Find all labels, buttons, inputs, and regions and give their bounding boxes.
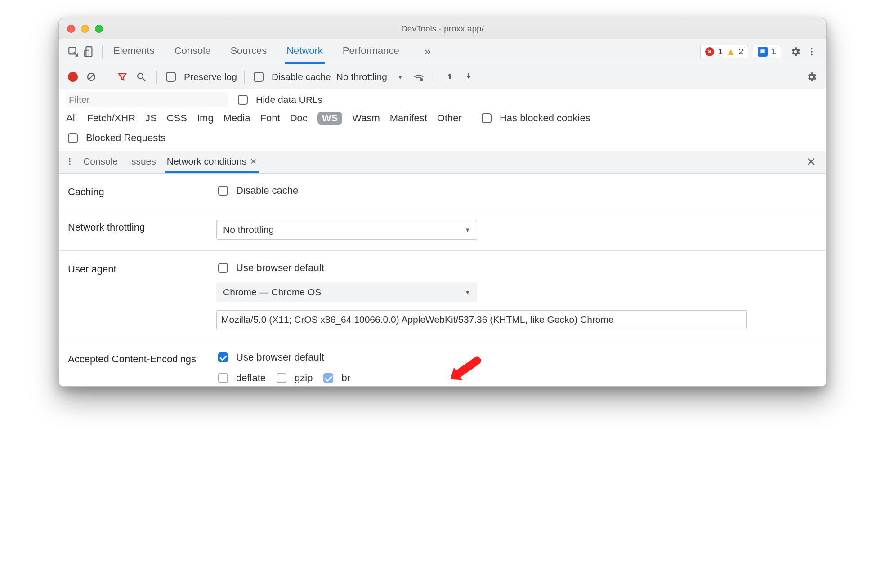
drawer-tab-console[interactable]: Console: [81, 151, 120, 173]
warning-count: 2: [739, 47, 744, 57]
preserve-log-toggle[interactable]: Preserve log: [164, 71, 237, 83]
svg-rect-12: [465, 80, 472, 80]
encodings-items: deflate gzip br: [216, 372, 817, 384]
svg-rect-11: [447, 80, 453, 80]
encoding-deflate-checkbox[interactable]: [218, 373, 228, 383]
throttling-row: Network throttling No throttling ▼: [59, 209, 826, 251]
window-title: DevTools - proxx.app/: [401, 24, 484, 34]
zoom-window-icon[interactable]: [95, 25, 103, 33]
caching-disable-cache-toggle[interactable]: Disable cache: [216, 184, 817, 197]
drawer-tab-network-conditions[interactable]: Network conditions ✕: [165, 151, 259, 173]
has-blocked-cookies-label: Has blocked cookies: [500, 112, 590, 124]
issues-badge[interactable]: 1: [753, 45, 781, 58]
upload-har-icon[interactable]: [442, 69, 458, 85]
network-toolbar: Preserve log Disable cache No throttling…: [59, 64, 826, 89]
has-blocked-cookies-checkbox[interactable]: [482, 113, 492, 123]
chip-all[interactable]: All: [66, 112, 77, 124]
ua-preset-value: Chrome — Chrome OS: [223, 287, 321, 298]
chevron-down-icon: ▼: [465, 289, 470, 296]
errors-badge[interactable]: ✕ 1 ▲ 2: [700, 45, 748, 58]
ua-use-default-toggle[interactable]: Use browser default: [216, 262, 817, 274]
inspect-icon[interactable]: [65, 44, 81, 60]
chip-media[interactable]: Media: [223, 112, 250, 124]
disable-cache-checkbox[interactable]: [254, 72, 264, 82]
has-blocked-cookies-toggle[interactable]: Has blocked cookies: [480, 112, 590, 125]
encoding-gzip-checkbox[interactable]: [277, 373, 286, 383]
svg-line-7: [89, 74, 94, 80]
network-gear-icon[interactable]: [804, 69, 820, 85]
drawer-tab-label: Network conditions: [167, 156, 246, 167]
drawer-more-icon[interactable]: [65, 156, 74, 169]
throttling-value: No throttling: [336, 71, 387, 82]
chip-fetch-xhr[interactable]: Fetch/XHR: [87, 112, 135, 124]
chip-ws[interactable]: WS: [317, 112, 342, 125]
encoding-br-label: br: [341, 372, 350, 384]
chip-js[interactable]: JS: [145, 112, 157, 124]
minimize-window-icon[interactable]: [81, 25, 89, 33]
caching-row: Caching Disable cache: [59, 174, 826, 209]
chip-manifest[interactable]: Manifest: [390, 112, 427, 124]
issues-icon: [758, 47, 768, 57]
blocked-requests-label: Blocked Requests: [86, 132, 165, 144]
blocked-requests-checkbox[interactable]: [68, 133, 78, 143]
main-tabs-row: Elements Console Sources Network Perform…: [59, 39, 826, 64]
caching-disable-cache-checkbox[interactable]: [218, 186, 228, 196]
tab-sources[interactable]: Sources: [228, 39, 268, 64]
throttling-dropdown[interactable]: No throttling ▼: [216, 220, 477, 240]
error-icon: ✕: [705, 47, 714, 56]
close-tab-icon[interactable]: ✕: [250, 156, 257, 166]
hide-data-urls-checkbox[interactable]: [238, 95, 248, 105]
network-settings-icon[interactable]: [411, 69, 427, 85]
encodings-label: Accepted Content-Encodings: [68, 351, 216, 366]
filter-toggle-icon[interactable]: [114, 69, 130, 85]
ua-string-input[interactable]: [216, 310, 747, 329]
clear-icon[interactable]: [83, 69, 99, 85]
download-har-icon[interactable]: [460, 69, 477, 85]
svg-rect-2: [85, 50, 89, 56]
svg-point-10: [420, 78, 423, 81]
throttling-select[interactable]: No throttling ▼: [336, 71, 403, 82]
tab-console[interactable]: Console: [173, 39, 213, 64]
record-icon[interactable]: [68, 72, 78, 82]
drawer-tab-issues[interactable]: Issues: [127, 151, 158, 173]
svg-point-8: [138, 73, 143, 79]
separator: [107, 70, 107, 84]
devtools-window: DevTools - proxx.app/ Elements Console: [58, 18, 827, 387]
chip-wasm[interactable]: Wasm: [352, 112, 380, 124]
disable-cache-toggle[interactable]: Disable cache: [252, 71, 331, 83]
svg-point-13: [69, 158, 70, 159]
encoding-deflate-toggle[interactable]: deflate: [216, 372, 266, 384]
svg-point-3: [811, 48, 813, 49]
filter-bar: Hide data URLs: [59, 89, 826, 107]
chip-img[interactable]: Img: [197, 112, 214, 124]
hide-data-urls-toggle[interactable]: Hide data URLs: [236, 94, 322, 106]
chevron-down-icon: ▼: [465, 227, 470, 233]
encoding-br-toggle[interactable]: br: [322, 372, 350, 384]
preserve-log-checkbox[interactable]: [166, 72, 176, 82]
chip-other[interactable]: Other: [437, 112, 462, 124]
close-window-icon[interactable]: [67, 25, 75, 33]
kebab-icon[interactable]: [804, 44, 820, 60]
close-drawer-icon[interactable]: ✕: [803, 155, 820, 169]
encoding-br-checkbox[interactable]: [323, 373, 333, 383]
ua-use-default-checkbox[interactable]: [218, 263, 228, 273]
device-toggle-icon[interactable]: [81, 44, 98, 60]
ua-preset-dropdown[interactable]: Chrome — Chrome OS ▼: [216, 282, 477, 302]
window-controls: [67, 25, 103, 33]
chip-css[interactable]: CSS: [167, 112, 187, 124]
tab-elements[interactable]: Elements: [112, 39, 156, 64]
settings-icon[interactable]: [787, 44, 804, 60]
chevron-down-icon: ▼: [397, 73, 403, 80]
tab-network[interactable]: Network: [285, 39, 325, 64]
filter-input[interactable]: [66, 92, 228, 107]
search-icon[interactable]: [133, 69, 149, 85]
encoding-gzip-toggle[interactable]: gzip: [275, 372, 313, 384]
more-tabs-icon[interactable]: »: [425, 45, 431, 58]
tab-performance[interactable]: Performance: [341, 39, 401, 64]
chip-font[interactable]: Font: [260, 112, 280, 124]
encodings-use-default-checkbox[interactable]: [218, 352, 228, 362]
drawer-tabs: Console Issues Network conditions ✕ ✕: [59, 151, 826, 174]
caching-disable-cache-label: Disable cache: [236, 185, 298, 196]
chip-doc[interactable]: Doc: [290, 112, 308, 124]
encodings-use-default-toggle[interactable]: Use browser default: [216, 351, 817, 364]
